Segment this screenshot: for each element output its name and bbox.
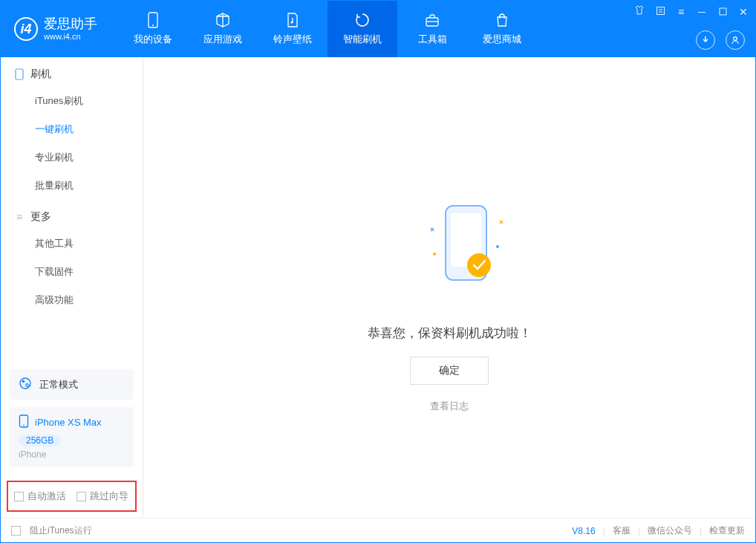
status-bar: 阻止iTunes运行 V8.16 | 客服 | 微信公众号 | 检查更新 bbox=[1, 518, 755, 543]
main-content: 恭喜您，保资料刷机成功啦！ 确定 查看日志 bbox=[143, 57, 755, 518]
checkbox-label: 自动激活 bbox=[27, 490, 66, 503]
svg-point-1 bbox=[152, 25, 154, 26]
svg-point-12 bbox=[22, 380, 25, 383]
minimize-button[interactable]: ─ bbox=[696, 6, 708, 18]
svg-point-19 bbox=[433, 253, 436, 256]
footer-link-update[interactable]: 检查更新 bbox=[709, 524, 745, 537]
svg-point-2 bbox=[291, 22, 293, 24]
toolbox-icon bbox=[424, 12, 440, 28]
svg-point-11 bbox=[20, 378, 30, 388]
checkbox-block-itunes[interactable]: 阻止iTunes运行 bbox=[11, 524, 92, 537]
device-icon bbox=[19, 414, 29, 430]
tab-label: 智能刷机 bbox=[343, 33, 382, 46]
tab-store[interactable]: 爱思商城 bbox=[467, 1, 537, 57]
svg-point-15 bbox=[23, 425, 25, 426]
view-log-link[interactable]: 查看日志 bbox=[430, 400, 469, 413]
tab-label: 爱思商城 bbox=[483, 33, 521, 46]
download-button[interactable] bbox=[696, 30, 715, 50]
mode-icon bbox=[19, 377, 32, 392]
sidebar-item-oneclick-flash[interactable]: 一键刷机 bbox=[1, 115, 143, 143]
svg-point-9 bbox=[734, 37, 737, 41]
mode-card[interactable]: 正常模式 bbox=[10, 369, 134, 400]
tab-label: 工具箱 bbox=[418, 33, 447, 46]
sidebar-section-more: ≡ 更多 bbox=[1, 200, 143, 230]
sidebar-item-batch-flash[interactable]: 批量刷机 bbox=[1, 172, 143, 200]
sidebar-item-other-tools[interactable]: 其他工具 bbox=[1, 230, 143, 258]
footer-link-wechat[interactable]: 微信公众号 bbox=[648, 524, 692, 537]
sidebar: 刷机 iTunes刷机 一键刷机 专业刷机 批量刷机 ≡ 更多 其他工具 下载固… bbox=[1, 57, 143, 518]
app-header: i4 爱思助手 www.i4.cn 我的设备 应用游戏 铃声壁纸 智能刷机 工具… bbox=[1, 1, 755, 57]
close-button[interactable]: ✕ bbox=[737, 6, 749, 18]
app-url: www.i4.cn bbox=[44, 32, 97, 41]
sidebar-item-advanced[interactable]: 高级功能 bbox=[1, 286, 143, 314]
checkbox-skip-guide[interactable]: 跳过向导 bbox=[76, 490, 128, 503]
checkbox-label: 跳过向导 bbox=[90, 490, 128, 503]
svg-rect-10 bbox=[16, 69, 23, 79]
main-tabs: 我的设备 应用游戏 铃声壁纸 智能刷机 工具箱 爱思商城 bbox=[118, 1, 537, 57]
tab-label: 应用游戏 bbox=[203, 33, 242, 46]
section-title: 刷机 bbox=[30, 68, 51, 81]
svg-rect-8 bbox=[720, 8, 726, 15]
checkbox-icon bbox=[11, 526, 21, 536]
svg-point-13 bbox=[26, 384, 29, 387]
tab-label: 铃声壁纸 bbox=[273, 33, 312, 46]
window-controls: ≡ ─ ✕ bbox=[633, 5, 749, 18]
phone-icon bbox=[145, 12, 161, 28]
list-icon: ≡ bbox=[14, 212, 25, 222]
user-button[interactable] bbox=[726, 30, 745, 50]
footer-link-support[interactable]: 客服 bbox=[613, 524, 630, 537]
device-capacity: 256GB bbox=[19, 435, 61, 446]
tab-apps-games[interactable]: 应用游戏 bbox=[188, 1, 258, 57]
checkbox-auto-activate[interactable]: 自动激活 bbox=[14, 490, 66, 503]
tab-smart-flash[interactable]: 智能刷机 bbox=[328, 1, 397, 57]
success-message: 恭喜您，保资料刷机成功啦！ bbox=[368, 325, 532, 342]
separator: | bbox=[603, 526, 605, 536]
sidebar-item-pro-flash[interactable]: 专业刷机 bbox=[1, 143, 143, 172]
tab-toolbox[interactable]: 工具箱 bbox=[397, 1, 467, 57]
flash-options-box: 自动激活 跳过向导 bbox=[7, 481, 137, 512]
section-title: 更多 bbox=[30, 210, 51, 224]
app-body: 刷机 iTunes刷机 一键刷机 专业刷机 批量刷机 ≡ 更多 其他工具 下载固… bbox=[1, 57, 755, 518]
logo-icon: i4 bbox=[14, 17, 38, 41]
mode-label: 正常模式 bbox=[39, 378, 78, 391]
separator: | bbox=[700, 526, 702, 536]
app-name: 爱思助手 bbox=[44, 17, 97, 32]
tab-label: 我的设备 bbox=[134, 33, 172, 46]
menu-icon[interactable]: ≡ bbox=[675, 6, 687, 18]
checkbox-label: 阻止iTunes运行 bbox=[30, 524, 92, 537]
version-label: V8.16 bbox=[572, 526, 595, 536]
device-name: iPhone XS Max bbox=[35, 417, 102, 428]
svg-point-18 bbox=[467, 253, 491, 277]
app-logo: i4 爱思助手 www.i4.cn bbox=[1, 17, 111, 41]
bag-icon bbox=[494, 12, 510, 28]
confirm-button[interactable]: 确定 bbox=[410, 357, 489, 385]
header-right-actions bbox=[696, 30, 745, 50]
sidebar-section-flash: 刷机 bbox=[1, 57, 143, 87]
device-type: iPhone bbox=[19, 449, 125, 460]
cube-icon bbox=[215, 12, 231, 28]
device-card[interactable]: iPhone XS Max 256GB iPhone bbox=[10, 407, 134, 467]
sidebar-item-itunes-flash[interactable]: iTunes刷机 bbox=[1, 87, 143, 115]
maximize-button[interactable] bbox=[717, 6, 729, 18]
separator: | bbox=[638, 526, 640, 536]
shirt-icon[interactable] bbox=[633, 5, 645, 18]
note-icon[interactable] bbox=[654, 6, 666, 18]
sidebar-item-download-firmware[interactable]: 下载固件 bbox=[1, 258, 143, 286]
tab-my-device[interactable]: 我的设备 bbox=[118, 1, 188, 57]
refresh-shield-icon bbox=[354, 12, 371, 28]
phone-small-icon bbox=[14, 69, 25, 79]
svg-point-20 bbox=[496, 245, 499, 248]
checkbox-icon bbox=[76, 492, 86, 501]
svg-rect-5 bbox=[656, 7, 664, 14]
tab-ringtones-wallpapers[interactable]: 铃声壁纸 bbox=[258, 1, 328, 57]
success-illustration bbox=[405, 198, 494, 310]
music-file-icon bbox=[284, 12, 301, 28]
checkbox-icon bbox=[14, 492, 24, 501]
